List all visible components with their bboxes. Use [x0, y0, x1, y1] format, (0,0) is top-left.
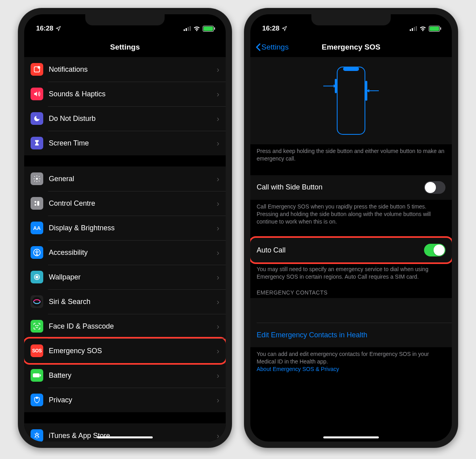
illustration-caption: Press and keep holding the side button a…: [250, 144, 452, 164]
phone-left: 16:28 Settings Notifications›Sounds & Ha…: [18, 8, 232, 448]
row-label: Siri & Search: [49, 298, 217, 306]
svg-rect-22: [416, 26, 417, 31]
settings-content[interactable]: Notifications›Sounds & Haptics›Do Not Di…: [24, 57, 226, 442]
wifi-icon: [193, 26, 200, 31]
row-label: iTunes & App Store: [49, 432, 217, 440]
auto-call-footer: You may still need to specify an emergen…: [250, 262, 452, 282]
row-sos[interactable]: SOSEmergency SOS›: [24, 339, 226, 363]
settings-group-2: General›Control Centre›AADisplay & Brigh…: [24, 166, 226, 412]
home-indicator[interactable]: [323, 436, 379, 438]
svg-point-6: [36, 178, 38, 180]
status-time: 16:28: [36, 25, 53, 33]
settings-group-3: iTunes & App Store›: [24, 423, 226, 442]
chevron-right-icon: ›: [217, 322, 219, 331]
row-label: Auto Call: [257, 246, 424, 254]
row-dnd[interactable]: Do Not Disturb›: [24, 106, 226, 131]
chevron-right-icon: ›: [217, 396, 219, 405]
row-label: Emergency SOS: [49, 347, 217, 355]
privacy-icon: [31, 394, 43, 406]
battery-icon: [31, 369, 43, 382]
chevron-right-icon: ›: [217, 114, 219, 123]
page-title: Settings: [110, 43, 140, 51]
row-siri[interactable]: Siri & Search›: [24, 289, 226, 314]
screentime-icon: [31, 137, 43, 149]
back-button[interactable]: Settings: [256, 43, 289, 52]
wallpaper-icon: [31, 271, 43, 283]
svg-rect-2: [188, 27, 189, 31]
svg-point-9: [35, 204, 36, 206]
sounds-icon: [31, 88, 43, 100]
svg-rect-24: [343, 67, 359, 71]
row-label: Wallpaper: [49, 273, 217, 281]
svg-point-11: [36, 250, 37, 251]
sos-content[interactable]: Press and keep holding the side button a…: [250, 57, 452, 442]
chevron-right-icon: ›: [217, 90, 219, 99]
row-screentime[interactable]: Screen Time›: [24, 131, 226, 155]
chevron-right-icon: ›: [217, 224, 219, 233]
row-label: Display & Brightness: [49, 224, 217, 232]
edit-contacts-link: Edit Emergency Contacts in Health: [257, 331, 445, 339]
svg-point-16: [38, 325, 38, 326]
row-controlcentre[interactable]: Control Centre›: [24, 191, 226, 216]
wifi-icon: [419, 26, 426, 31]
svg-point-13: [36, 276, 38, 278]
row-call-with-side-button[interactable]: Call with Side Button: [250, 175, 452, 200]
chevron-right-icon: ›: [217, 65, 219, 74]
svg-rect-23: [337, 67, 365, 134]
svg-rect-19: [410, 29, 411, 31]
signal-icon: [184, 26, 191, 31]
row-label: Notifications: [49, 65, 217, 74]
svg-rect-3: [190, 26, 191, 31]
chevron-right-icon: ›: [217, 139, 219, 148]
notch: [85, 14, 165, 25]
svg-rect-20: [412, 28, 413, 31]
row-auto-call[interactable]: Auto Call: [250, 238, 452, 262]
dnd-icon: [31, 112, 43, 125]
contacts-footer: You can add and edit emergency contacts …: [250, 347, 452, 375]
sos-privacy-link[interactable]: About Emergency SOS & Privacy: [257, 366, 339, 372]
chevron-right-icon: ›: [217, 199, 219, 208]
signal-icon: [410, 26, 417, 31]
status-time: 16:28: [262, 25, 279, 33]
toggle-auto-call[interactable]: [424, 244, 445, 256]
chevron-right-icon: ›: [217, 431, 219, 440]
itunes-icon: [31, 429, 43, 442]
row-wallpaper[interactable]: Wallpaper›: [24, 265, 226, 289]
row-display[interactable]: AADisplay & Brightness›: [24, 216, 226, 240]
row-label: Battery: [49, 371, 217, 380]
row-label: General: [49, 175, 217, 183]
svg-point-15: [36, 325, 36, 326]
location-icon: [282, 26, 287, 31]
general-icon: [31, 172, 43, 185]
chevron-right-icon: ›: [217, 248, 219, 257]
svg-rect-0: [184, 29, 185, 31]
navbar: Settings: [24, 39, 226, 57]
location-icon: [56, 26, 61, 31]
row-label: Call with Side Button: [257, 183, 424, 191]
accessibility-icon: [31, 246, 43, 259]
toggle-call-side[interactable]: [424, 181, 445, 194]
chevron-right-icon: ›: [217, 174, 219, 184]
controlcentre-icon: [31, 197, 43, 210]
home-indicator[interactable]: [97, 436, 153, 438]
row-general[interactable]: General›: [24, 166, 226, 191]
notch: [311, 14, 391, 25]
chevron-right-icon: ›: [217, 346, 219, 356]
navbar: Settings Emergency SOS: [250, 39, 452, 57]
row-itunes[interactable]: iTunes & App Store›: [24, 423, 226, 442]
row-faceid[interactable]: Face ID & Passcode›: [24, 314, 226, 339]
row-battery[interactable]: Battery›: [24, 363, 226, 388]
row-privacy[interactable]: Privacy›: [24, 388, 226, 412]
chevron-right-icon: ›: [217, 371, 219, 380]
row-label: Accessibility: [49, 249, 217, 257]
call-side-footer: Call Emergency SOS when you rapidly pres…: [250, 200, 452, 227]
battery-icon: [203, 26, 214, 32]
notifications-icon: [31, 63, 43, 76]
row-accessibility[interactable]: Accessibility›: [24, 240, 226, 265]
row-edit-contacts[interactable]: Edit Emergency Contacts in Health: [250, 323, 452, 347]
emergency-contacts-header: EMERGENCY CONTACTS: [250, 282, 452, 298]
row-notifications[interactable]: Notifications›: [24, 57, 226, 82]
row-sounds[interactable]: Sounds & Haptics›: [24, 82, 226, 106]
chevron-right-icon: ›: [217, 297, 219, 306]
row-empty-contact: [250, 298, 452, 323]
